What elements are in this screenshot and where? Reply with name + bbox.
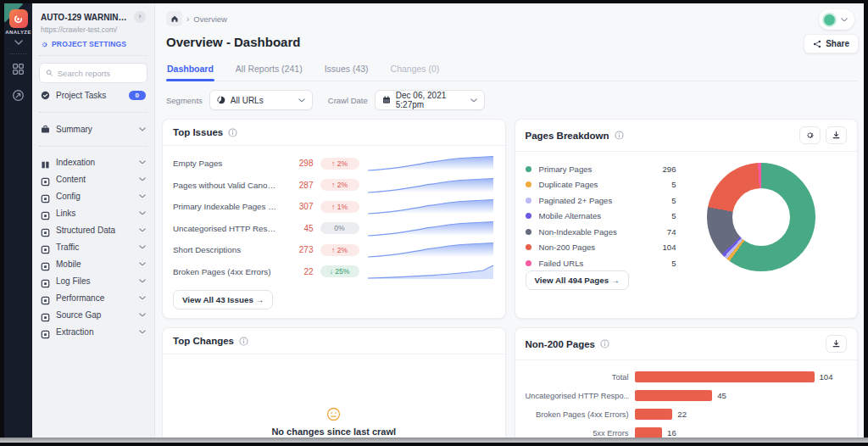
- issue-row: Pages without Valid Canonical Tag 287 ↑ …: [173, 175, 495, 197]
- bar[interactable]: [635, 409, 673, 420]
- gear-icon: [805, 131, 815, 140]
- view-all-issues-button[interactable]: View All 43 Issues →: [173, 290, 273, 309]
- legend-row[interactable]: Duplicate Pages 5: [526, 177, 676, 193]
- share-button[interactable]: Share: [804, 34, 859, 53]
- bar[interactable]: [635, 371, 815, 382]
- segments-select[interactable]: All URLs: [209, 90, 313, 110]
- chevron-down-icon: [139, 211, 146, 215]
- segments-label: Segments: [166, 96, 203, 105]
- report-icon: [41, 276, 50, 286]
- view-all-pages-button[interactable]: View All 494 Pages →: [526, 270, 629, 290]
- issue-value: 22: [287, 267, 314, 276]
- info-icon[interactable]: [228, 128, 237, 137]
- rail-collapse-chevron-icon[interactable]: [14, 40, 23, 45]
- user-menu[interactable]: [819, 9, 854, 30]
- project-settings-link[interactable]: PROJECT SETTINGS: [41, 40, 146, 48]
- sidebar-item-label: Traffic: [56, 243, 133, 252]
- home-breadcrumb-button[interactable]: [166, 11, 182, 26]
- info-icon[interactable]: [615, 131, 624, 140]
- project-tasks-item[interactable]: Project Tasks 0: [32, 86, 154, 105]
- chevron-down-icon: [470, 98, 477, 103]
- issue-label[interactable]: Short Descriptions: [173, 245, 280, 254]
- check-circle-icon: [41, 91, 50, 100]
- sidebar-item-source-gap[interactable]: Source Gap: [32, 306, 154, 323]
- apps-grid-icon[interactable]: [12, 63, 25, 75]
- legend-row[interactable]: Mobile Alternates 5: [526, 209, 676, 225]
- issue-row: Primary Indexable Pages Not in Sitemaps …: [173, 196, 495, 218]
- pages-breakdown-donut-chart[interactable]: [707, 163, 815, 271]
- legend-label: Paginated 2+ Pages: [539, 196, 642, 205]
- chart-settings-button[interactable]: [799, 126, 821, 144]
- bar-row: Broken Pages (4xx Errors) 22: [526, 409, 848, 420]
- issue-label[interactable]: Empty Pages: [173, 159, 280, 168]
- project-switch-chevron[interactable]: ›: [134, 11, 146, 23]
- issue-row: Short Descriptions 273 ↑ 2%: [173, 239, 495, 261]
- window-bottom-edge: [0, 438, 868, 443]
- report-icon: [41, 310, 50, 320]
- report-icon: [41, 259, 50, 269]
- tab-issues[interactable]: Issues (43): [324, 60, 370, 81]
- issue-label[interactable]: Pages without Valid Canonical Tag: [173, 181, 280, 190]
- issue-label[interactable]: Broken Pages (4xx Errors): [173, 267, 280, 276]
- sidebar-item-log-files[interactable]: Log Files: [32, 272, 154, 289]
- crawl-date-label: Crawl Date: [328, 96, 368, 105]
- tab-all[interactable]: All Reports (241): [235, 60, 303, 81]
- search-reports-input[interactable]: [58, 69, 141, 78]
- sidebar-item-indexation[interactable]: Indexation: [32, 153, 154, 170]
- sidebar-item-performance[interactable]: Performance: [32, 289, 154, 306]
- bar-category-label: Total: [526, 373, 629, 382]
- download-button[interactable]: [826, 335, 847, 353]
- sidebar-item-label: Structured Data: [56, 226, 133, 235]
- sidebar-item-label: Source Gap: [56, 310, 133, 320]
- bar[interactable]: [635, 390, 713, 401]
- info-icon[interactable]: [239, 337, 248, 346]
- chevron-down-icon: [139, 160, 146, 164]
- report-icon: [41, 293, 50, 303]
- issue-label[interactable]: Primary Indexable Pages Not in Sitemaps: [173, 202, 280, 211]
- project-sidebar: AUTO-129 WARNING - Less › https://crawle…: [32, 3, 155, 438]
- report-icon: [41, 209, 50, 218]
- sidebar-item-links[interactable]: Links: [32, 204, 154, 221]
- info-icon[interactable]: [600, 339, 609, 348]
- sidebar-item-content[interactable]: Content: [32, 170, 154, 187]
- sidebar-item-extraction[interactable]: Extraction: [32, 323, 154, 340]
- trend-sparkline: [366, 220, 495, 237]
- crawl-date-select[interactable]: Dec 06, 2021 5:27pm: [375, 90, 485, 110]
- tab-changes[interactable]: Changes (0): [390, 60, 441, 81]
- bar-value: 22: [677, 410, 687, 419]
- sidebar-item-structured-data[interactable]: Structured Data: [32, 221, 154, 238]
- search-reports-box[interactable]: [39, 63, 147, 83]
- sidebar-item-mobile[interactable]: Mobile: [32, 255, 154, 272]
- tab-dashboard[interactable]: Dashboard: [166, 60, 214, 81]
- trend-sparkline: [366, 154, 495, 172]
- legend-row[interactable]: Primary Pages 296: [526, 161, 676, 177]
- legend-row[interactable]: Non-Indexable Pages 74: [526, 224, 676, 240]
- sidebar-menu: Indexation Content Config Links Structur…: [32, 153, 154, 340]
- legend-color-dot: [526, 166, 531, 172]
- legend-color-dot: [526, 198, 531, 203]
- legend-color-dot: [526, 213, 531, 219]
- app-logo-icon[interactable]: [9, 9, 28, 28]
- bar[interactable]: [635, 427, 663, 438]
- chevron-down-icon: [139, 296, 146, 300]
- gauge-icon[interactable]: [12, 89, 25, 102]
- bar-track: 16: [635, 427, 848, 438]
- non-200-pages-card: Non-200 Pages Total 104 Uncategorised HT…: [515, 327, 859, 438]
- chevron-down-icon: [139, 127, 146, 131]
- sidebar-item-config[interactable]: Config: [32, 187, 154, 204]
- project-name[interactable]: AUTO-129 WARNING - Less: [41, 13, 131, 22]
- legend-row[interactable]: Failed URLs 5: [526, 255, 676, 271]
- sidebar-item-label: Links: [56, 209, 133, 218]
- sidebar-item-traffic[interactable]: Traffic: [32, 238, 154, 255]
- download-button[interactable]: [826, 126, 847, 144]
- issue-label[interactable]: Uncategorised HTTP Response Codes: [173, 224, 280, 233]
- legend-value: 104: [648, 243, 676, 252]
- breadcrumb-current[interactable]: Overview: [193, 14, 227, 24]
- legend-row[interactable]: Paginated 2+ Pages 5: [526, 192, 676, 209]
- bar-category-label: Broken Pages (4xx Errors): [526, 410, 629, 419]
- sidebar-divider: [39, 146, 147, 147]
- sidebar-item-summary[interactable]: Summary: [32, 120, 154, 139]
- legend-row[interactable]: Non-200 Pages 104: [526, 240, 676, 256]
- pages-breakdown-card: Pages Breakdown Primary Pages 296 Duplic…: [515, 119, 859, 319]
- legend-value: 5: [648, 180, 676, 189]
